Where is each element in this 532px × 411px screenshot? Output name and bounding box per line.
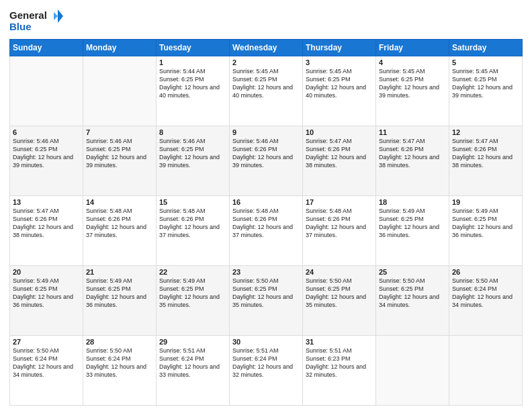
svg-marker-2 <box>58 9 63 23</box>
svg-text:Blue: Blue <box>9 21 32 32</box>
week-row-2: 6Sunrise: 5:46 AM Sunset: 6:25 PM Daylig… <box>10 126 523 196</box>
day-info: Sunrise: 5:49 AM Sunset: 6:25 PM Dayligh… <box>13 277 80 310</box>
week-row-4: 20Sunrise: 5:49 AM Sunset: 6:25 PM Dayli… <box>10 266 523 336</box>
day-number: 3 <box>306 58 373 66</box>
weekday-wednesday: Wednesday <box>230 40 303 56</box>
day-cell <box>376 336 449 406</box>
page: General Blue SundayMondayTuesdayWednesda… <box>0 0 532 411</box>
day-number: 4 <box>379 58 446 66</box>
day-cell: 19Sunrise: 5:49 AM Sunset: 6:25 PM Dayli… <box>449 196 523 266</box>
day-number: 29 <box>159 338 226 346</box>
day-number: 20 <box>13 268 80 276</box>
day-info: Sunrise: 5:49 AM Sunset: 6:25 PM Dayligh… <box>452 207 519 240</box>
day-info: Sunrise: 5:50 AM Sunset: 6:24 PM Dayligh… <box>13 347 80 379</box>
day-number: 14 <box>86 198 153 206</box>
day-cell: 9Sunrise: 5:46 AM Sunset: 6:26 PM Daylig… <box>230 126 303 196</box>
svg-text:General: General <box>9 9 47 21</box>
week-row-3: 13Sunrise: 5:47 AM Sunset: 6:26 PM Dayli… <box>10 196 523 266</box>
day-number: 1 <box>159 58 226 66</box>
weekday-saturday: Saturday <box>449 40 523 56</box>
day-number: 17 <box>306 198 373 206</box>
day-number: 31 <box>306 338 373 346</box>
day-cell: 25Sunrise: 5:50 AM Sunset: 6:25 PM Dayli… <box>376 266 449 336</box>
day-number: 25 <box>379 268 446 276</box>
day-info: Sunrise: 5:51 AM Sunset: 6:23 PM Dayligh… <box>306 347 373 379</box>
day-info: Sunrise: 5:44 AM Sunset: 6:25 PM Dayligh… <box>159 67 226 100</box>
weekday-friday: Friday <box>376 40 449 56</box>
day-info: Sunrise: 5:47 AM Sunset: 6:26 PM Dayligh… <box>379 137 446 170</box>
day-cell: 27Sunrise: 5:50 AM Sunset: 6:24 PM Dayli… <box>10 336 83 406</box>
day-info: Sunrise: 5:51 AM Sunset: 6:24 PM Dayligh… <box>159 347 226 379</box>
day-info: Sunrise: 5:48 AM Sunset: 6:26 PM Dayligh… <box>159 207 226 240</box>
day-cell: 5Sunrise: 5:45 AM Sunset: 6:25 PM Daylig… <box>449 56 523 126</box>
day-cell: 20Sunrise: 5:49 AM Sunset: 6:25 PM Dayli… <box>10 266 83 336</box>
day-info: Sunrise: 5:50 AM Sunset: 6:24 PM Dayligh… <box>86 347 153 379</box>
day-cell: 11Sunrise: 5:47 AM Sunset: 6:26 PM Dayli… <box>376 126 449 196</box>
day-number: 2 <box>232 58 300 66</box>
day-number: 12 <box>452 128 519 136</box>
day-number: 28 <box>86 338 153 346</box>
day-info: Sunrise: 5:49 AM Sunset: 6:25 PM Dayligh… <box>159 277 226 310</box>
day-cell: 29Sunrise: 5:51 AM Sunset: 6:24 PM Dayli… <box>157 336 230 406</box>
day-number: 30 <box>232 338 300 346</box>
day-cell: 12Sunrise: 5:47 AM Sunset: 6:26 PM Dayli… <box>449 126 523 196</box>
day-number: 26 <box>452 268 519 276</box>
weekday-sunday: Sunday <box>10 40 83 56</box>
day-cell: 24Sunrise: 5:50 AM Sunset: 6:25 PM Dayli… <box>303 266 376 336</box>
day-number: 7 <box>86 128 153 136</box>
header: General Blue <box>9 7 523 35</box>
day-number: 18 <box>379 198 446 206</box>
day-cell: 3Sunrise: 5:45 AM Sunset: 6:25 PM Daylig… <box>303 56 376 126</box>
day-cell: 13Sunrise: 5:47 AM Sunset: 6:26 PM Dayli… <box>10 196 83 266</box>
day-cell <box>10 56 83 126</box>
day-number: 22 <box>159 268 226 276</box>
svg-marker-3 <box>54 12 58 20</box>
day-number: 15 <box>159 198 226 206</box>
week-row-5: 27Sunrise: 5:50 AM Sunset: 6:24 PM Dayli… <box>10 336 523 406</box>
day-cell: 31Sunrise: 5:51 AM Sunset: 6:23 PM Dayli… <box>303 336 376 406</box>
day-cell: 17Sunrise: 5:48 AM Sunset: 6:26 PM Dayli… <box>303 196 376 266</box>
day-number: 24 <box>306 268 373 276</box>
day-number: 11 <box>379 128 446 136</box>
day-info: Sunrise: 5:46 AM Sunset: 6:25 PM Dayligh… <box>86 137 153 170</box>
day-info: Sunrise: 5:49 AM Sunset: 6:25 PM Dayligh… <box>86 277 153 310</box>
week-row-1: 1Sunrise: 5:44 AM Sunset: 6:25 PM Daylig… <box>10 56 523 126</box>
day-info: Sunrise: 5:46 AM Sunset: 6:25 PM Dayligh… <box>13 137 80 170</box>
day-info: Sunrise: 5:45 AM Sunset: 6:25 PM Dayligh… <box>379 67 446 100</box>
day-cell: 23Sunrise: 5:50 AM Sunset: 6:25 PM Dayli… <box>230 266 303 336</box>
weekday-thursday: Thursday <box>303 40 376 56</box>
day-cell: 8Sunrise: 5:46 AM Sunset: 6:25 PM Daylig… <box>157 126 230 196</box>
day-cell: 18Sunrise: 5:49 AM Sunset: 6:25 PM Dayli… <box>376 196 449 266</box>
day-cell: 30Sunrise: 5:51 AM Sunset: 6:24 PM Dayli… <box>230 336 303 406</box>
day-cell: 28Sunrise: 5:50 AM Sunset: 6:24 PM Dayli… <box>83 336 157 406</box>
day-info: Sunrise: 5:50 AM Sunset: 6:25 PM Dayligh… <box>379 277 446 310</box>
day-number: 27 <box>13 338 80 346</box>
day-cell: 7Sunrise: 5:46 AM Sunset: 6:25 PM Daylig… <box>83 126 157 196</box>
day-cell: 26Sunrise: 5:50 AM Sunset: 6:24 PM Dayli… <box>449 266 523 336</box>
day-info: Sunrise: 5:46 AM Sunset: 6:26 PM Dayligh… <box>232 137 300 170</box>
day-cell <box>83 56 157 126</box>
day-cell: 1Sunrise: 5:44 AM Sunset: 6:25 PM Daylig… <box>157 56 230 126</box>
day-number: 6 <box>13 128 80 136</box>
calendar-table: SundayMondayTuesdayWednesdayThursdayFrid… <box>9 39 523 406</box>
day-number: 8 <box>159 128 226 136</box>
day-cell: 15Sunrise: 5:48 AM Sunset: 6:26 PM Dayli… <box>157 196 230 266</box>
day-info: Sunrise: 5:50 AM Sunset: 6:25 PM Dayligh… <box>306 277 373 310</box>
weekday-monday: Monday <box>83 40 157 56</box>
day-cell: 4Sunrise: 5:45 AM Sunset: 6:25 PM Daylig… <box>376 56 449 126</box>
day-info: Sunrise: 5:45 AM Sunset: 6:25 PM Dayligh… <box>452 67 519 100</box>
day-cell: 10Sunrise: 5:47 AM Sunset: 6:26 PM Dayli… <box>303 126 376 196</box>
day-info: Sunrise: 5:48 AM Sunset: 6:26 PM Dayligh… <box>306 207 373 240</box>
day-cell: 16Sunrise: 5:48 AM Sunset: 6:26 PM Dayli… <box>230 196 303 266</box>
day-info: Sunrise: 5:47 AM Sunset: 6:26 PM Dayligh… <box>306 137 373 170</box>
day-cell: 21Sunrise: 5:49 AM Sunset: 6:25 PM Dayli… <box>83 266 157 336</box>
logo-svg: General Blue <box>9 7 63 35</box>
day-info: Sunrise: 5:48 AM Sunset: 6:26 PM Dayligh… <box>232 207 300 240</box>
day-number: 5 <box>452 58 519 66</box>
day-number: 21 <box>86 268 153 276</box>
day-info: Sunrise: 5:47 AM Sunset: 6:26 PM Dayligh… <box>452 137 519 170</box>
day-cell: 2Sunrise: 5:45 AM Sunset: 6:25 PM Daylig… <box>230 56 303 126</box>
day-info: Sunrise: 5:50 AM Sunset: 6:24 PM Dayligh… <box>452 277 519 310</box>
day-cell: 22Sunrise: 5:49 AM Sunset: 6:25 PM Dayli… <box>157 266 230 336</box>
day-info: Sunrise: 5:48 AM Sunset: 6:26 PM Dayligh… <box>86 207 153 240</box>
